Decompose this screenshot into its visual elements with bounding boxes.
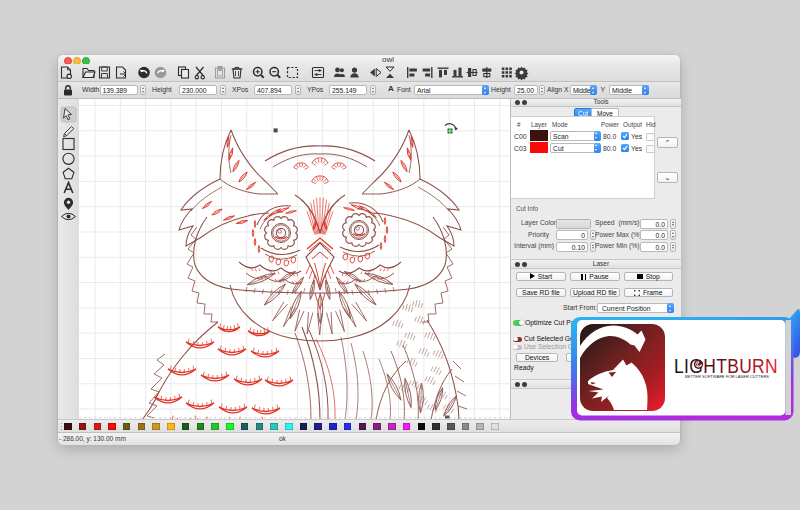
svg-text:BETTER SOFTWARE FOR LASER CUTT: BETTER SOFTWARE FOR LASER CUTTERS: [685, 374, 769, 379]
